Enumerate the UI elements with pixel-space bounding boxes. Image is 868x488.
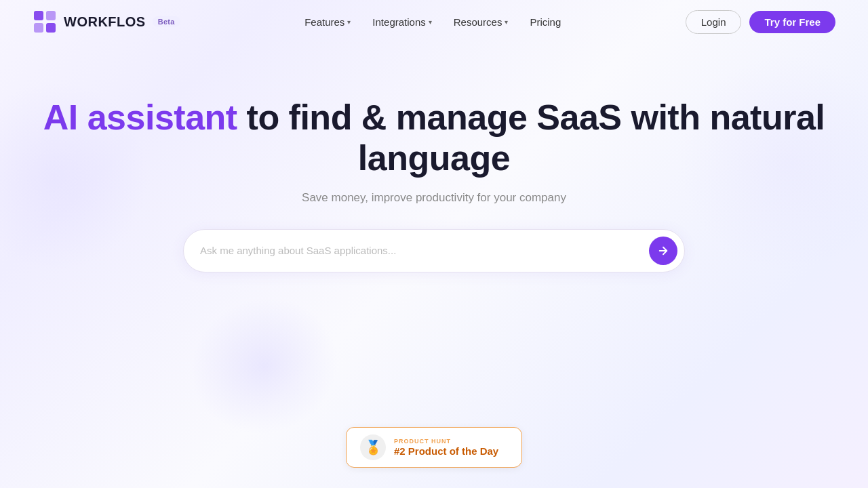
svg-rect-1: [46, 11, 56, 20]
nav-actions: Login Try for Free: [686, 10, 835, 34]
brand-name: WORKFLOS: [64, 14, 146, 30]
search-box: [183, 229, 685, 272]
nav-logo-area: WORKFLOS Beta: [33, 9, 180, 34]
arrow-right-icon: [657, 245, 669, 257]
chevron-down-icon: ▾: [429, 18, 432, 26]
nav-integrations[interactable]: Integrations ▾: [372, 16, 431, 28]
chevron-down-icon: ▾: [505, 18, 508, 26]
nav-links: Features ▾ Integrations ▾ Resources ▾ Pr…: [304, 16, 561, 28]
hero-title-accent: AI assistant: [43, 98, 237, 137]
hero-title: AI assistant to find & manage SaaS with …: [0, 98, 868, 179]
product-hunt-text: PRODUCT HUNT #2 Product of the Day: [394, 438, 498, 457]
nav-resources[interactable]: Resources ▾: [454, 16, 509, 28]
nav-pricing[interactable]: Pricing: [530, 16, 561, 28]
product-hunt-badge[interactable]: 🏅 PRODUCT HUNT #2 Product of the Day: [346, 427, 522, 468]
svg-rect-0: [34, 11, 43, 20]
svg-rect-2: [34, 23, 43, 33]
svg-rect-3: [46, 23, 56, 33]
navbar: WORKFLOS Beta Features ▾ Integrations ▾ …: [0, 0, 868, 43]
search-input[interactable]: [200, 245, 649, 256]
hero-subtitle: Save money, improve productivity for you…: [0, 191, 868, 205]
login-button[interactable]: Login: [686, 10, 742, 34]
chevron-down-icon: ▾: [347, 18, 351, 26]
try-for-free-button[interactable]: Try for Free: [749, 11, 835, 33]
search-submit-button[interactable]: [649, 237, 677, 265]
logo-icon: [33, 9, 57, 34]
hero-title-rest: to find & manage SaaS with natural langu…: [237, 98, 825, 178]
nav-features[interactable]: Features ▾: [304, 16, 351, 28]
product-hunt-title: #2 Product of the Day: [394, 445, 498, 457]
beta-badge: Beta: [153, 16, 180, 27]
search-container: [0, 229, 868, 272]
hero-section: AI assistant to find & manage SaaS with …: [0, 43, 868, 272]
product-hunt-icon: 🏅: [360, 434, 386, 460]
product-hunt-label: PRODUCT HUNT: [394, 438, 498, 445]
